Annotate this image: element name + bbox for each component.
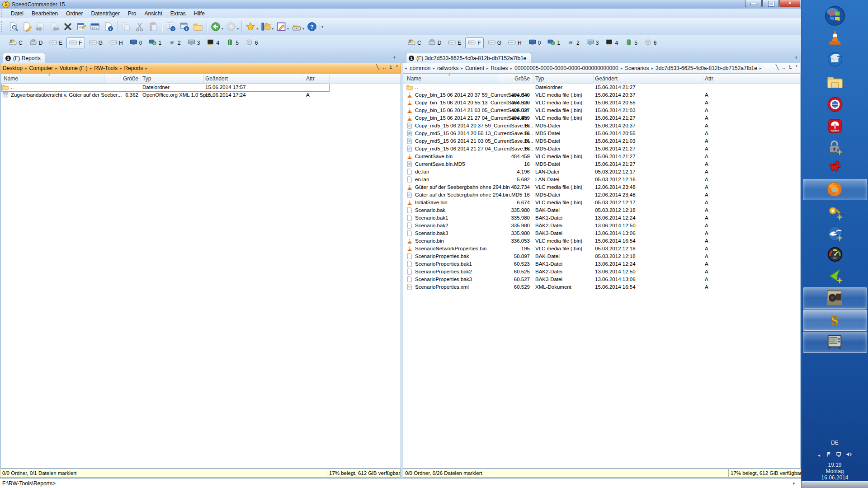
favorites-button[interactable]: [244, 20, 257, 33]
breadcrumb-item[interactable]: RW-Tools: [92, 65, 119, 72]
tab-left-reports[interactable]: 1 (F) Reports: [3, 53, 45, 63]
column-header-modified[interactable]: Geändert: [205, 74, 228, 84]
avira-antivirus-icon[interactable]: AVIRA: [826, 117, 844, 135]
table-row[interactable]: Copy_md5_15 06 2014 21 27 04_CurrentSave…: [403, 145, 800, 153]
clock-day[interactable]: Montag: [802, 468, 868, 474]
drive-button-d-left[interactable]: D: [27, 38, 46, 48]
folder-pairs-button[interactable]: [259, 20, 273, 33]
drive-button-f-right[interactable]: F: [465, 38, 483, 48]
quick-edit-button[interactable]: [274, 20, 288, 33]
table-row[interactable]: Copy_bin_15 06 2014 21 03 05_CurrentSave…: [403, 107, 800, 114]
column-header-name[interactable]: Name: [4, 74, 18, 84]
table-row[interactable]: Scenario.bak3335.980BAK3-Datei13.06.2014…: [403, 230, 800, 237]
table-row[interactable]: Güter auf der Seebergbahn ohne 294.bin48…: [403, 183, 800, 191]
folder-stack-button[interactable]: [290, 20, 303, 33]
drive-button-5-left[interactable]: 5: [223, 38, 241, 48]
breadcrumb-item[interactable]: Reports: [122, 65, 145, 72]
breadcrumb-control-3[interactable]: *: [396, 64, 398, 70]
menu-item-hilfe[interactable]: Hilfe: [190, 9, 209, 18]
start-orb-icon[interactable]: [825, 5, 845, 26]
drive-button-3-left[interactable]: 3: [185, 38, 203, 48]
folder-contents-button[interactable]: [191, 20, 205, 33]
train-simulator-taskbar-button[interactable]: [803, 287, 867, 309]
breadcrumb-control-2[interactable]: Ŀ: [390, 64, 392, 70]
network-tray-icon[interactable]: [836, 451, 842, 459]
drive-button-h-right[interactable]: H: [505, 38, 524, 48]
column-header-type[interactable]: Typ: [142, 74, 151, 84]
drive-button-2-left[interactable]: e2: [165, 38, 184, 48]
menu-item-ansicht[interactable]: Ansicht: [140, 9, 166, 18]
table-row[interactable]: ScenarioProperties.bak160.523BAK1-Datei1…: [403, 260, 800, 268]
menu-item-datei[interactable]: Datei: [7, 9, 28, 18]
drive-button-1-right[interactable]: 1: [545, 38, 563, 48]
column-header-name[interactable]: Name: [407, 74, 421, 84]
speedcommander-taskbar-button[interactable]: S: [803, 310, 867, 331]
drive-button-4-right[interactable]: 4: [603, 38, 621, 48]
properties-button[interactable]: i: [102, 20, 115, 33]
column-header-attr[interactable]: Attr: [306, 74, 315, 84]
menu-grip[interactable]: [1, 10, 5, 17]
system-gauge-icon[interactable]: 99%: [826, 246, 844, 263]
breadcrumb-item[interactable]: Scenarios: [623, 65, 651, 72]
table-row[interactable]: Copy_bin_15 06 2014 20 37 59_CurrentSave…: [403, 91, 800, 99]
drive-button-0-right[interactable]: 0: [526, 38, 544, 48]
breadcrumb-control-2[interactable]: Ŀ: [789, 64, 792, 70]
toolbar-grip[interactable]: [1, 21, 5, 33]
restore-button[interactable]: [762, 0, 779, 7]
command-window-button[interactable]: C:\_: [88, 20, 102, 33]
breadcrumb-arrow-icon[interactable]: ▸: [759, 66, 762, 70]
tray-expand-icon[interactable]: ◂: [818, 453, 820, 458]
view-file-button[interactable]: [7, 20, 20, 33]
table-row[interactable]: Copy_md5_15 06 2014 20 55 13_CurrentSave…: [403, 130, 800, 137]
vlc-player-icon[interactable]: [826, 29, 844, 46]
command-history-dropdown-icon[interactable]: ▾: [793, 481, 795, 486]
title-bar[interactable]: S SpeedCommander 15 ×: [0, 0, 801, 9]
security-lock-icon[interactable]: [826, 139, 844, 156]
column-header-type[interactable]: Typ: [535, 74, 544, 84]
drive-button-e-right[interactable]: E: [445, 38, 464, 48]
column-header-size[interactable]: Größe: [93, 74, 138, 84]
table-row[interactable]: CurrentSave.bin.MD516MD5-Datei15.06.2014…: [403, 160, 800, 168]
menu-item-bearbeiten[interactable]: Bearbeiten: [28, 9, 62, 18]
breadcrumb-control-3[interactable]: *: [796, 64, 797, 70]
menu-item-datenträger[interactable]: Datenträger: [87, 9, 123, 18]
table-row[interactable]: Scenario.bak1335.980BAK1-Datei13.06.2014…: [403, 214, 800, 222]
drive-button-5-right[interactable]: 5: [622, 38, 640, 48]
breadcrumb-control-0[interactable]: ╲: [376, 64, 379, 70]
green-updater-icon[interactable]: [826, 267, 844, 285]
breadcrumb-item[interactable]: Volume (F:): [58, 65, 90, 72]
breadcrumb-item[interactable]: Computer: [28, 65, 55, 72]
breadcrumb-item[interactable]: 3dc7d533-6625-4c0a-812b-db7152a7fb1e: [654, 65, 759, 72]
firefox-taskbar-button[interactable]: [803, 179, 867, 200]
drive-button-4-left[interactable]: 4: [204, 38, 222, 48]
table-row[interactable]: CurrentSave.bin484.459VLC media file (.b…: [403, 153, 800, 160]
drive-button-f-left[interactable]: F: [66, 38, 85, 48]
openoffice-icon[interactable]: [826, 225, 844, 242]
table-row[interactable]: de.lan4.196LAN-Datei05.03.2012 12:17A: [403, 168, 800, 176]
back-button[interactable]: [209, 20, 222, 33]
table-row[interactable]: Zugverbandsübersicht v. Güter auf der Se…: [1, 91, 401, 99]
clock-time[interactable]: 19:19: [802, 462, 868, 468]
table-row[interactable]: Copy_bin_15 06 2014 21 27 04_CurrentSave…: [403, 114, 800, 122]
table-row[interactable]: Scenario.bin336.053VLC media file (.bin)…: [403, 237, 800, 245]
delete-button[interactable]: [61, 20, 75, 33]
new-tab-button-left[interactable]: +: [391, 54, 398, 61]
tab-right-scenario[interactable]: 1 (F) 3dc7d533-6625-4c0a-812b-db7152a7fb…: [406, 53, 531, 63]
menu-item-extras[interactable]: Extras: [166, 9, 190, 18]
new-tab-button-right[interactable]: +: [793, 54, 800, 61]
table-row[interactable]: ..Dateiordner15.06.2014 17:57: [1, 84, 401, 91]
directory-info-button[interactable]: i: [178, 20, 191, 33]
table-row[interactable]: en.lan5.692LAN-Datei05.03.2012 12:16A: [403, 176, 800, 183]
drive-button-1-left[interactable]: 1: [146, 38, 164, 48]
breadcrumb-item[interactable]: Content: [463, 65, 486, 72]
help-button[interactable]: ?: [305, 20, 319, 33]
volume-tray-icon[interactable]: [846, 451, 852, 459]
flag-tray-icon[interactable]: [826, 451, 832, 459]
drive-button-3-right[interactable]: 3: [584, 38, 602, 48]
drive-button-6-left[interactable]: 6: [243, 38, 261, 48]
fc-bayern-icon[interactable]: [826, 96, 844, 113]
drive-button-g-left[interactable]: G: [86, 38, 105, 48]
column-header-modified[interactable]: Geändert: [595, 74, 618, 84]
drive-button-0-left[interactable]: 0: [127, 38, 145, 48]
drive-button-c-left[interactable]: C: [6, 38, 25, 48]
